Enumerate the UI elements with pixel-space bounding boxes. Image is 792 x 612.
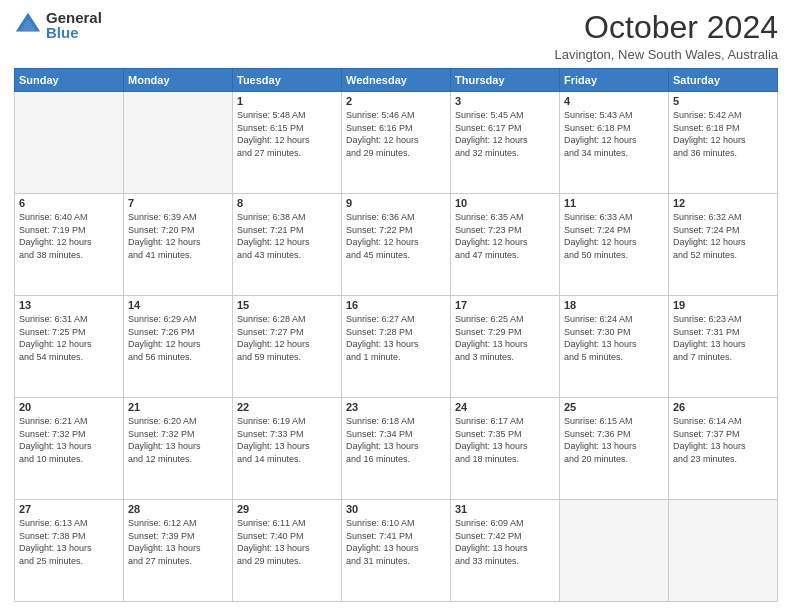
week-row-1: 6Sunrise: 6:40 AM Sunset: 7:19 PM Daylig… [15, 194, 778, 296]
day-number: 5 [673, 95, 773, 107]
logo-general: General [46, 10, 102, 25]
day-number: 8 [237, 197, 337, 209]
col-tuesday: Tuesday [233, 69, 342, 92]
day-info: Sunrise: 5:45 AM Sunset: 6:17 PM Dayligh… [455, 109, 555, 159]
calendar-cell: 9Sunrise: 6:36 AM Sunset: 7:22 PM Daylig… [342, 194, 451, 296]
logo-text: General Blue [46, 10, 102, 40]
day-number: 6 [19, 197, 119, 209]
calendar-cell: 15Sunrise: 6:28 AM Sunset: 7:27 PM Dayli… [233, 296, 342, 398]
calendar-cell: 11Sunrise: 6:33 AM Sunset: 7:24 PM Dayli… [560, 194, 669, 296]
day-info: Sunrise: 5:48 AM Sunset: 6:15 PM Dayligh… [237, 109, 337, 159]
day-number: 14 [128, 299, 228, 311]
calendar-cell: 23Sunrise: 6:18 AM Sunset: 7:34 PM Dayli… [342, 398, 451, 500]
day-number: 29 [237, 503, 337, 515]
calendar-cell: 26Sunrise: 6:14 AM Sunset: 7:37 PM Dayli… [669, 398, 778, 500]
day-number: 31 [455, 503, 555, 515]
logo-icon [14, 11, 42, 39]
col-saturday: Saturday [669, 69, 778, 92]
calendar-cell: 5Sunrise: 5:42 AM Sunset: 6:18 PM Daylig… [669, 92, 778, 194]
day-number: 13 [19, 299, 119, 311]
calendar-cell: 19Sunrise: 6:23 AM Sunset: 7:31 PM Dayli… [669, 296, 778, 398]
calendar-cell: 8Sunrise: 6:38 AM Sunset: 7:21 PM Daylig… [233, 194, 342, 296]
day-info: Sunrise: 6:19 AM Sunset: 7:33 PM Dayligh… [237, 415, 337, 465]
calendar-cell: 13Sunrise: 6:31 AM Sunset: 7:25 PM Dayli… [15, 296, 124, 398]
day-number: 15 [237, 299, 337, 311]
day-info: Sunrise: 6:18 AM Sunset: 7:34 PM Dayligh… [346, 415, 446, 465]
day-info: Sunrise: 6:12 AM Sunset: 7:39 PM Dayligh… [128, 517, 228, 567]
day-info: Sunrise: 6:33 AM Sunset: 7:24 PM Dayligh… [564, 211, 664, 261]
day-info: Sunrise: 6:29 AM Sunset: 7:26 PM Dayligh… [128, 313, 228, 363]
day-number: 7 [128, 197, 228, 209]
week-row-4: 27Sunrise: 6:13 AM Sunset: 7:38 PM Dayli… [15, 500, 778, 602]
calendar-cell: 25Sunrise: 6:15 AM Sunset: 7:36 PM Dayli… [560, 398, 669, 500]
day-info: Sunrise: 6:21 AM Sunset: 7:32 PM Dayligh… [19, 415, 119, 465]
calendar-cell: 24Sunrise: 6:17 AM Sunset: 7:35 PM Dayli… [451, 398, 560, 500]
col-monday: Monday [124, 69, 233, 92]
logo-blue: Blue [46, 25, 102, 40]
day-info: Sunrise: 6:24 AM Sunset: 7:30 PM Dayligh… [564, 313, 664, 363]
week-row-2: 13Sunrise: 6:31 AM Sunset: 7:25 PM Dayli… [15, 296, 778, 398]
calendar-cell: 6Sunrise: 6:40 AM Sunset: 7:19 PM Daylig… [15, 194, 124, 296]
week-row-3: 20Sunrise: 6:21 AM Sunset: 7:32 PM Dayli… [15, 398, 778, 500]
day-info: Sunrise: 6:39 AM Sunset: 7:20 PM Dayligh… [128, 211, 228, 261]
day-number: 10 [455, 197, 555, 209]
day-number: 21 [128, 401, 228, 413]
calendar-cell: 18Sunrise: 6:24 AM Sunset: 7:30 PM Dayli… [560, 296, 669, 398]
day-info: Sunrise: 6:20 AM Sunset: 7:32 PM Dayligh… [128, 415, 228, 465]
day-number: 1 [237, 95, 337, 107]
day-number: 3 [455, 95, 555, 107]
day-number: 9 [346, 197, 446, 209]
day-info: Sunrise: 6:23 AM Sunset: 7:31 PM Dayligh… [673, 313, 773, 363]
calendar-cell: 4Sunrise: 5:43 AM Sunset: 6:18 PM Daylig… [560, 92, 669, 194]
calendar-cell: 31Sunrise: 6:09 AM Sunset: 7:42 PM Dayli… [451, 500, 560, 602]
header: General Blue October 2024 Lavington, New… [14, 10, 778, 62]
calendar-cell: 21Sunrise: 6:20 AM Sunset: 7:32 PM Dayli… [124, 398, 233, 500]
day-number: 25 [564, 401, 664, 413]
day-info: Sunrise: 5:42 AM Sunset: 6:18 PM Dayligh… [673, 109, 773, 159]
page: General Blue October 2024 Lavington, New… [0, 0, 792, 612]
title-area: October 2024 Lavington, New South Wales,… [554, 10, 778, 62]
calendar-cell: 2Sunrise: 5:46 AM Sunset: 6:16 PM Daylig… [342, 92, 451, 194]
calendar-cell [124, 92, 233, 194]
calendar-cell [15, 92, 124, 194]
day-info: Sunrise: 6:17 AM Sunset: 7:35 PM Dayligh… [455, 415, 555, 465]
day-info: Sunrise: 6:31 AM Sunset: 7:25 PM Dayligh… [19, 313, 119, 363]
day-number: 19 [673, 299, 773, 311]
week-row-0: 1Sunrise: 5:48 AM Sunset: 6:15 PM Daylig… [15, 92, 778, 194]
day-number: 12 [673, 197, 773, 209]
day-info: Sunrise: 6:15 AM Sunset: 7:36 PM Dayligh… [564, 415, 664, 465]
day-info: Sunrise: 6:36 AM Sunset: 7:22 PM Dayligh… [346, 211, 446, 261]
day-info: Sunrise: 6:38 AM Sunset: 7:21 PM Dayligh… [237, 211, 337, 261]
calendar-header: Sunday Monday Tuesday Wednesday Thursday… [15, 69, 778, 92]
day-number: 4 [564, 95, 664, 107]
day-number: 28 [128, 503, 228, 515]
calendar-cell [560, 500, 669, 602]
calendar-cell: 12Sunrise: 6:32 AM Sunset: 7:24 PM Dayli… [669, 194, 778, 296]
day-number: 27 [19, 503, 119, 515]
calendar-cell: 3Sunrise: 5:45 AM Sunset: 6:17 PM Daylig… [451, 92, 560, 194]
calendar-cell: 27Sunrise: 6:13 AM Sunset: 7:38 PM Dayli… [15, 500, 124, 602]
day-info: Sunrise: 6:28 AM Sunset: 7:27 PM Dayligh… [237, 313, 337, 363]
day-number: 22 [237, 401, 337, 413]
calendar-cell: 30Sunrise: 6:10 AM Sunset: 7:41 PM Dayli… [342, 500, 451, 602]
day-info: Sunrise: 5:43 AM Sunset: 6:18 PM Dayligh… [564, 109, 664, 159]
day-number: 20 [19, 401, 119, 413]
header-row: Sunday Monday Tuesday Wednesday Thursday… [15, 69, 778, 92]
day-info: Sunrise: 6:10 AM Sunset: 7:41 PM Dayligh… [346, 517, 446, 567]
calendar-cell: 10Sunrise: 6:35 AM Sunset: 7:23 PM Dayli… [451, 194, 560, 296]
col-sunday: Sunday [15, 69, 124, 92]
day-number: 30 [346, 503, 446, 515]
calendar-cell: 16Sunrise: 6:27 AM Sunset: 7:28 PM Dayli… [342, 296, 451, 398]
calendar-cell: 29Sunrise: 6:11 AM Sunset: 7:40 PM Dayli… [233, 500, 342, 602]
calendar-cell: 28Sunrise: 6:12 AM Sunset: 7:39 PM Dayli… [124, 500, 233, 602]
day-info: Sunrise: 5:46 AM Sunset: 6:16 PM Dayligh… [346, 109, 446, 159]
day-info: Sunrise: 6:40 AM Sunset: 7:19 PM Dayligh… [19, 211, 119, 261]
day-info: Sunrise: 6:25 AM Sunset: 7:29 PM Dayligh… [455, 313, 555, 363]
day-number: 16 [346, 299, 446, 311]
day-number: 24 [455, 401, 555, 413]
calendar-cell: 7Sunrise: 6:39 AM Sunset: 7:20 PM Daylig… [124, 194, 233, 296]
day-number: 2 [346, 95, 446, 107]
day-info: Sunrise: 6:32 AM Sunset: 7:24 PM Dayligh… [673, 211, 773, 261]
day-number: 26 [673, 401, 773, 413]
day-info: Sunrise: 6:14 AM Sunset: 7:37 PM Dayligh… [673, 415, 773, 465]
